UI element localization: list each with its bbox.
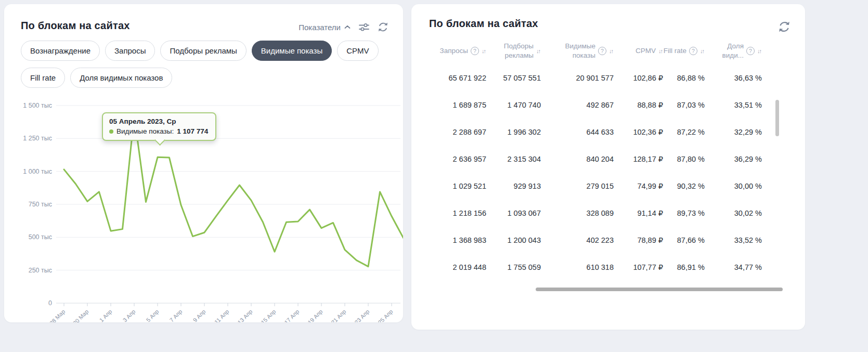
cell: 34,77 % [705, 263, 762, 271]
sliders-icon[interactable] [359, 22, 369, 32]
metric-chip-2[interactable]: Запросы [105, 41, 156, 61]
column-header[interactable]: Доля види...?↓↑ [705, 37, 762, 64]
column-header[interactable]: Fill rate?↓↑ [663, 37, 705, 64]
cell: 840 204 [541, 155, 614, 163]
line-chart[interactable]: 0250 тыс500 тыс750 тыс1 000 тыс1 250 тыс… [4, 94, 403, 322]
cell: 279 015 [541, 182, 614, 190]
refresh-icon[interactable] [378, 22, 388, 32]
totals-row[interactable]: 65 671 92257 057 55120 901 577102,86 ₽86… [429, 64, 772, 92]
cell: 32,29 % [705, 128, 762, 136]
cell: 20 901 577 [541, 74, 614, 82]
chart-tooltip: 05 Апрель 2023, Ср Видимые показы: 1 107… [102, 112, 216, 141]
column-header-label: Видимые показы [541, 42, 595, 60]
svg-text:23 Апр: 23 Апр [353, 308, 370, 322]
cell: 610 318 [541, 263, 614, 271]
sort-icon[interactable]: ↓↑ [700, 48, 705, 54]
cell: 2 315 304 [486, 155, 541, 163]
tooltip-value: 1 107 774 [177, 127, 208, 135]
metric-chips: ВознаграждениеЗапросыПодборы рекламыВиди… [21, 41, 388, 88]
metric-chip-5[interactable]: CPMV [337, 41, 378, 61]
column-header[interactable]: CPMV↓↑ [614, 37, 663, 64]
table-row[interactable]: 2 636 9572 315 304840 204128,17 ₽87,80 %… [429, 146, 772, 173]
help-icon[interactable]: ? [471, 47, 479, 55]
sort-icon[interactable]: ↓↑ [482, 48, 486, 54]
metric-chip-1[interactable]: Вознаграждение [21, 41, 100, 61]
metric-chip-3[interactable]: Подборы рекламы [160, 41, 246, 61]
horizontal-scrollbar[interactable] [536, 288, 783, 291]
sort-icon[interactable]: ↓↑ [658, 48, 663, 54]
refresh-icon[interactable] [778, 21, 791, 33]
help-icon[interactable]: ? [689, 47, 697, 55]
cell: 88,88 ₽ [614, 101, 663, 109]
cell: 57 057 551 [486, 74, 541, 82]
svg-text:750 тыс: 750 тыс [29, 201, 52, 208]
cell: 87,22 % [663, 128, 705, 136]
cell: 128,17 ₽ [614, 155, 663, 163]
cell: 1 755 059 [486, 263, 541, 271]
column-header-label: Fill rate [664, 46, 686, 56]
table-row[interactable]: 1 689 8751 470 740492 86788,88 ₽87,03 %3… [429, 92, 772, 119]
cell: 36,29 % [705, 155, 762, 163]
cell: 89,73 % [663, 209, 705, 217]
table-row[interactable]: 1 368 9831 200 043402 22378,89 ₽87,66 %3… [429, 227, 772, 254]
svg-text:30 Мар: 30 Мар [72, 308, 90, 322]
cell: 1 996 302 [486, 128, 541, 136]
chart-toolbar: Показатели [299, 22, 388, 32]
sort-icon[interactable]: ↓↑ [536, 48, 541, 54]
cell: 1 218 156 [429, 209, 486, 217]
column-header[interactable]: Видимые показы?↓↑ [541, 37, 614, 64]
cell: 1 470 740 [486, 101, 541, 109]
column-header-label: Доля види... [705, 42, 744, 60]
svg-text:3 Апр: 3 Апр [122, 308, 137, 322]
column-header[interactable]: Подборы рекламы↓↑ [486, 37, 541, 64]
cell: 36,63 % [705, 74, 762, 82]
sort-icon[interactable]: ↓↑ [757, 48, 762, 54]
metric-chip-4[interactable]: Видимые показы [252, 41, 332, 61]
metrics-dropdown[interactable]: Показатели [299, 23, 351, 32]
cell: 2 636 957 [429, 155, 486, 163]
vertical-scrollbar[interactable] [775, 100, 779, 136]
svg-text:9 Апр: 9 Апр [192, 308, 207, 322]
svg-text:13 Апр: 13 Апр [236, 308, 253, 322]
svg-text:21 Апр: 21 Апр [330, 308, 347, 322]
svg-text:17 Апр: 17 Апр [283, 308, 300, 322]
svg-text:1 500 тыс: 1 500 тыс [23, 102, 52, 109]
by-blocks-table-card: По блокам на сайтах Запросы?↓↑Подборы ре… [411, 4, 805, 330]
svg-text:1 250 тыс: 1 250 тыс [23, 135, 52, 142]
cell: 30,02 % [705, 209, 762, 217]
cell: 2 019 448 [429, 263, 486, 271]
metric-chip-7[interactable]: Доля видимых показов [70, 68, 172, 88]
metrics-table: Запросы?↓↑Подборы рекламы↓↑Видимые показ… [429, 37, 772, 281]
cell: 1 093 067 [486, 209, 541, 217]
cell: 33,52 % [705, 236, 762, 244]
help-icon[interactable]: ? [746, 47, 755, 55]
table-row[interactable]: 2 019 4481 755 059610 318107,77 ₽86,91 %… [429, 254, 772, 281]
column-header-label: Запросы [440, 46, 468, 56]
metrics-dropdown-label: Показатели [299, 23, 341, 32]
help-icon[interactable]: ? [598, 47, 606, 55]
column-header[interactable]: Запросы?↓↑ [429, 37, 486, 64]
svg-text:25 Апр: 25 Апр [377, 308, 394, 322]
table-row[interactable]: 1 218 1561 093 067328 08991,14 ₽89,73 %3… [429, 200, 772, 227]
table-row[interactable]: 2 288 6971 996 302644 633102,36 ₽87,22 %… [429, 119, 772, 146]
svg-text:0: 0 [48, 299, 52, 307]
cell: 91,14 ₽ [614, 209, 663, 217]
tooltip-series-label: Видимые показы: [116, 127, 174, 135]
cell: 78,89 ₽ [614, 236, 663, 244]
svg-text:250 тыс: 250 тыс [29, 267, 52, 274]
cell: 1 368 983 [429, 236, 486, 244]
table-row[interactable]: 1 029 521929 913279 01574,99 ₽90,32 %30,… [429, 173, 772, 200]
metric-chip-6[interactable]: Fill rate [21, 68, 65, 88]
sort-icon[interactable]: ↓↑ [609, 48, 614, 54]
cell: 929 913 [486, 182, 541, 190]
svg-text:19 Апр: 19 Апр [306, 308, 323, 322]
svg-text:1 000 тыс: 1 000 тыс [23, 168, 52, 175]
svg-text:5 Апр: 5 Апр [145, 308, 160, 322]
cell: 87,80 % [663, 155, 705, 163]
cell: 30,00 % [705, 182, 762, 190]
cell: 86,88 % [663, 74, 705, 82]
svg-text:500 тыс: 500 тыс [29, 233, 52, 241]
cell: 1 689 875 [429, 101, 486, 109]
cell: 1 029 521 [429, 182, 486, 190]
page-title: По блокам на сайтах [21, 20, 130, 32]
